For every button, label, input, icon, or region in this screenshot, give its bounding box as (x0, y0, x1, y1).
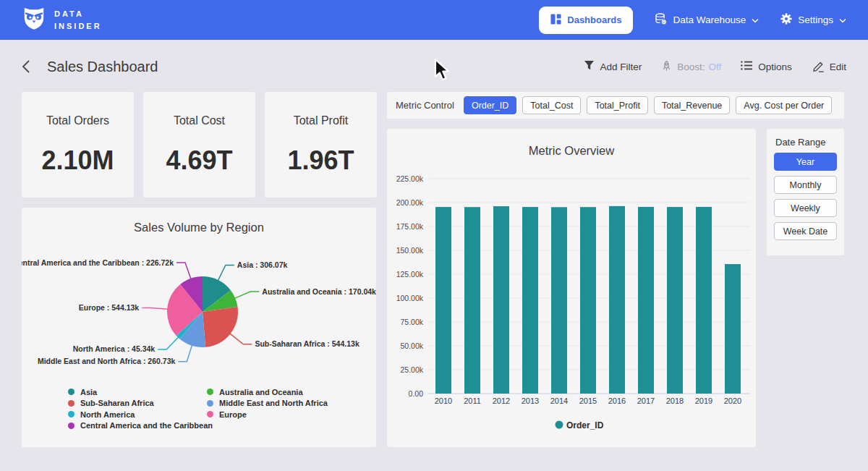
pie-legend-item[interactable]: Asia (68, 386, 213, 398)
pie-leader-line (176, 263, 191, 279)
bar-2014[interactable] (551, 207, 567, 394)
legend-dot (68, 411, 75, 417)
kpi-value: 1.96T (287, 145, 354, 176)
svg-text:Order_ID: Order_ID (566, 420, 604, 430)
kpi-value: 4.69T (166, 145, 232, 176)
legend-dot (207, 400, 213, 407)
metric-chip[interactable]: Avg. Cost per Order (736, 96, 832, 114)
date-range-label: Date Range (775, 137, 837, 148)
chevron-down-icon (752, 14, 759, 25)
bar-2016[interactable] (609, 206, 625, 394)
pie-legend-item[interactable]: Central America and the Caribbean (68, 420, 213, 432)
data-warehouse-label: Data Warehouse (673, 14, 746, 25)
x-tick-label: 2012 (493, 396, 510, 405)
x-tick-label: 2014 (550, 396, 568, 405)
pie-slice-label: Europe : 544.13k (79, 303, 140, 312)
pie-slice-label: North America : 45.34k (73, 344, 156, 353)
y-tick-label: 50.00k (400, 341, 423, 350)
bar-2018[interactable] (667, 207, 683, 394)
pie-slice-label: Central America and the Caribbean : 226.… (22, 258, 174, 267)
pencil-icon (812, 59, 825, 75)
bar-2013[interactable] (522, 207, 538, 394)
x-tick-label: 2015 (579, 396, 597, 405)
y-tick-label: 125.00k (396, 270, 424, 279)
date-range-buttons: YearMonthlyWeeklyWeek Date (774, 153, 837, 240)
page-title: Sales Dashboard (47, 59, 158, 75)
y-tick-label: 150.00k (396, 246, 424, 255)
metric-chip[interactable]: Total_Revenue (654, 96, 730, 114)
y-tick-label: 0.00 (409, 389, 424, 398)
add-filter-button[interactable]: Add Filter (584, 60, 642, 73)
pie-legend-item[interactable]: Australia and Oceania (207, 386, 328, 398)
bar-2015[interactable] (580, 207, 596, 394)
legend-dot (207, 411, 213, 417)
y-tick-label: 25.00k (400, 365, 423, 374)
bar-legend-item[interactable]: Order_ID (556, 420, 604, 430)
bar-2010[interactable] (435, 207, 451, 394)
date-range-button[interactable]: Monthly (774, 176, 837, 194)
settings-menu[interactable]: Settings (780, 13, 846, 27)
x-tick-label: 2018 (666, 396, 684, 405)
filter-funnel-icon (584, 60, 595, 73)
bar-2020[interactable] (725, 264, 741, 394)
kpi-card: Total Orders2.10M (22, 92, 134, 198)
gear-icon (780, 13, 792, 27)
back-button[interactable] (22, 59, 31, 74)
metric-chip[interactable]: Order_ID (464, 96, 516, 114)
pie-leader-line (230, 334, 252, 344)
legend-dot (68, 389, 75, 395)
navbar-menu: Dashboards Data Warehouse (539, 7, 846, 34)
pie-legend-item[interactable]: Europe (207, 409, 328, 420)
pie-legend-item[interactable]: Middle East and North Africa (207, 398, 328, 410)
y-tick-label: 225.00k (396, 174, 424, 183)
bar-2011[interactable] (464, 207, 480, 394)
bar-2012[interactable] (493, 206, 509, 394)
brand-name: DATA INSIDER (54, 8, 102, 32)
y-tick-label: 200.00k (396, 198, 424, 207)
brand-logo[interactable]: DATA INSIDER (22, 7, 102, 34)
kpi-label: Total Orders (46, 114, 109, 127)
kpi-card: Total Profit1.96T (265, 92, 377, 198)
bar-chart: 0.0025.00k50.00k75.00k100.00k125.00k150.… (387, 129, 756, 447)
pie-legend-item[interactable]: North America (68, 409, 213, 420)
date-range-button[interactable]: Week Date (774, 222, 837, 240)
dashboards-button[interactable]: Dashboards (539, 7, 633, 34)
pie-leader-line (158, 337, 179, 349)
options-button[interactable]: Options (741, 60, 792, 73)
kpi-label: Total Profit (294, 114, 349, 127)
date-range-button[interactable]: Year (774, 153, 837, 171)
legend-dot (207, 389, 213, 395)
top-navbar: DATA INSIDER Dashboards (0, 0, 868, 40)
dashboards-label: Dashboards (567, 14, 621, 25)
data-warehouse-menu[interactable]: Data Warehouse (655, 13, 759, 27)
x-tick-label: 2013 (522, 396, 539, 405)
dashboards-grid-icon (550, 14, 561, 27)
options-list-icon (741, 60, 753, 73)
x-tick-label: 2017 (637, 396, 655, 405)
app-window: DATA INSIDER Dashboards (0, 0, 868, 471)
settings-label: Settings (798, 14, 833, 25)
bar-2019[interactable] (696, 207, 712, 394)
pie-leader-line (142, 308, 168, 310)
boost-toggle[interactable]: Boost: Off (661, 60, 721, 74)
pie-leader-line (234, 292, 259, 298)
pie-slice[interactable] (203, 307, 238, 347)
y-tick-label: 75.00k (400, 318, 423, 326)
bar-2017[interactable] (638, 207, 654, 394)
pie-slice-label: Asia : 306.07k (237, 260, 288, 269)
pie-slice-label: Australia and Oceania : 170.04k (262, 287, 376, 296)
date-range-button[interactable]: Weekly (774, 199, 837, 217)
edit-button[interactable]: Edit (812, 59, 846, 75)
kpi-card: Total Cost4.69T (143, 92, 255, 198)
pie-slice-label: Middle East and North Africa : 260.73k (38, 357, 176, 365)
x-tick-label: 2020 (724, 396, 741, 405)
pie-legend-item[interactable]: Sub-Saharan Africa (68, 398, 213, 410)
metric-chip[interactable]: Total_Cost (522, 96, 581, 114)
pie-leader-line (218, 265, 234, 281)
metric-chip[interactable]: Total_Profit (587, 96, 648, 114)
sales-volume-panel: Asia : 306.07kAustralia and Oceania : 17… (22, 208, 376, 447)
kpi-label: Total Cost (174, 114, 225, 127)
metric-control-bar: Metric Control Order_IDTotal_CostTotal_P… (387, 92, 844, 119)
header-actions: Add Filter Boost: Off (584, 59, 846, 75)
metric-chips: Order_IDTotal_CostTotal_ProfitTotal_Reve… (464, 96, 832, 114)
